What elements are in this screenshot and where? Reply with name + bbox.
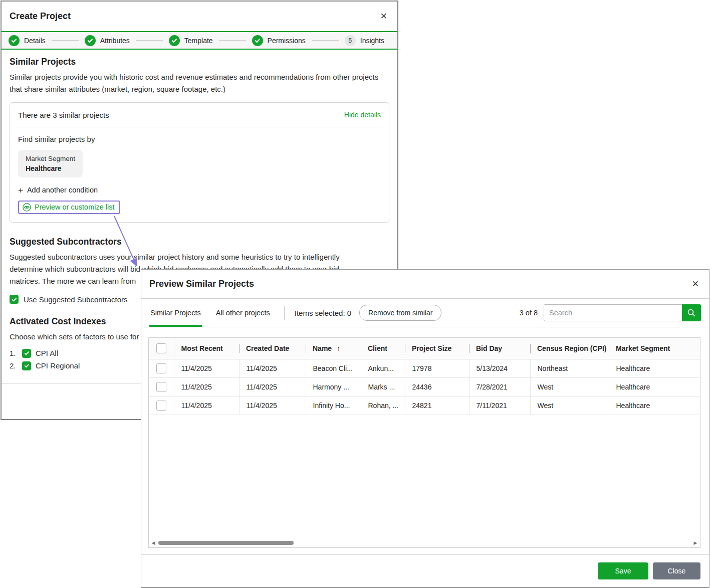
- column-header-bid-day[interactable]: Bid Day: [469, 338, 530, 359]
- cell-most-recent: 11/4/2025: [174, 397, 239, 415]
- close-button[interactable]: Close: [653, 562, 700, 579]
- cell-market-segment: Healthcare: [609, 359, 700, 378]
- use-suggested-checkbox[interactable]: [10, 295, 19, 304]
- cell-project-size: 17978: [405, 359, 469, 378]
- hide-details-link[interactable]: Hide details: [344, 111, 381, 119]
- cost-index-label: CPI Regional: [36, 361, 80, 370]
- step-label: Insights: [360, 37, 384, 45]
- preview-customize-label: Preview or customize list: [35, 203, 115, 211]
- save-button[interactable]: Save: [598, 562, 648, 579]
- row-checkbox[interactable]: [156, 363, 166, 373]
- search-box: [544, 304, 701, 321]
- cell-name: Infinity Ho...: [306, 397, 361, 415]
- preview-dialog-title: Preview Similar Projects: [149, 279, 254, 289]
- step-number-badge: 5: [345, 35, 356, 46]
- focus-ring: Preview or customize list: [18, 201, 120, 214]
- similar-projects-description: Similar projects provide you with histor…: [10, 71, 381, 96]
- find-by-label: Find similar projects by: [18, 135, 381, 143]
- cell-client: Ankun...: [361, 359, 405, 378]
- cell-bid-day: 7/11/2021: [469, 397, 530, 415]
- cell-market-segment: Healthcare: [609, 397, 700, 415]
- cell-census-region: West: [530, 397, 609, 415]
- step-connector: [52, 40, 79, 41]
- step-details[interactable]: Details: [9, 35, 46, 46]
- table-row[interactable]: 11/4/2025 11/4/2025 Beacon Cli... Ankun.…: [149, 359, 700, 378]
- column-header-market-segment[interactable]: Market Segment: [609, 338, 700, 359]
- column-header-project-size[interactable]: Project Size: [405, 338, 469, 359]
- dialog-title: Create Project: [10, 11, 71, 22]
- tab-similar-projects[interactable]: Similar Projects: [149, 299, 202, 327]
- step-permissions[interactable]: Permissions: [252, 35, 306, 46]
- step-label: Template: [184, 37, 213, 45]
- check-circle-icon: [85, 35, 96, 46]
- select-all-checkbox[interactable]: [156, 343, 166, 353]
- cell-project-size: 24436: [405, 378, 469, 397]
- cell-most-recent: 11/4/2025: [174, 359, 239, 378]
- wizard-step-bar: Details Attributes Template Permissions …: [2, 31, 397, 50]
- check-circle-icon: [9, 35, 20, 46]
- cpi-all-checkbox[interactable]: [22, 349, 31, 358]
- preview-customize-button[interactable]: Preview or customize list: [23, 203, 115, 212]
- close-icon[interactable]: ✕: [378, 11, 389, 22]
- table-row[interactable]: 11/4/2025 11/4/2025 Infinity Ho... Rohan…: [149, 397, 700, 415]
- row-checkbox[interactable]: [156, 401, 166, 411]
- check-circle-icon: [169, 35, 180, 46]
- cell-market-segment: Healthcare: [609, 378, 700, 397]
- card-divider: [18, 127, 381, 127]
- row-checkbox[interactable]: [156, 382, 166, 392]
- preview-toolbar: Similar Projects All other projects Item…: [141, 299, 709, 327]
- step-attributes[interactable]: Attributes: [85, 35, 130, 46]
- column-header-created-date[interactable]: Created Date: [239, 338, 306, 359]
- market-segment-chip[interactable]: Market Segment Healthcare: [18, 150, 83, 177]
- cell-created-date: 11/4/2025: [239, 378, 306, 397]
- projects-table-container: Most Recent Created Date Name↑ Client Pr…: [148, 337, 700, 548]
- column-header-client[interactable]: Client: [361, 338, 405, 359]
- step-insights[interactable]: 5 Insights: [345, 35, 384, 46]
- cell-name: Harmony ...: [306, 378, 361, 397]
- horizontal-scrollbar[interactable]: ◀ ▶: [150, 539, 698, 546]
- step-connector: [136, 40, 163, 41]
- preview-dialog-footer: Save Close: [141, 554, 709, 587]
- scrollbar-thumb[interactable]: [158, 541, 294, 545]
- step-label: Permissions: [268, 37, 306, 45]
- remove-from-similar-button[interactable]: Remove from similar: [359, 305, 441, 321]
- cell-census-region: Northeast: [530, 359, 609, 378]
- add-condition-button[interactable]: + Add another condition: [18, 186, 98, 194]
- close-icon[interactable]: ✕: [690, 279, 701, 289]
- scrollbar-track[interactable]: [156, 539, 692, 546]
- list-number: 2.: [10, 361, 18, 370]
- cell-client: Rohan, ...: [361, 397, 405, 415]
- eye-icon: [23, 203, 31, 212]
- chip-label: Market Segment: [26, 155, 75, 162]
- search-input[interactable]: [544, 304, 682, 321]
- column-header-census-region[interactable]: Census Region (CPI): [530, 338, 609, 359]
- search-button[interactable]: [682, 304, 701, 321]
- step-connector: [219, 40, 246, 41]
- step-template[interactable]: Template: [169, 35, 213, 46]
- check-circle-icon: [252, 35, 263, 46]
- cpi-regional-checkbox[interactable]: [22, 361, 31, 370]
- cell-created-date: 11/4/2025: [239, 359, 306, 378]
- cell-created-date: 11/4/2025: [239, 397, 306, 415]
- add-condition-label: Add another condition: [27, 186, 98, 194]
- column-header-most-recent[interactable]: Most Recent: [174, 338, 239, 359]
- table-row[interactable]: 11/4/2025 11/4/2025 Harmony ... Marks ..…: [149, 378, 700, 397]
- tab-all-other-projects[interactable]: All other projects: [215, 299, 271, 327]
- step-label: Attributes: [100, 37, 130, 45]
- similar-projects-card: There are 3 similar projects Hide detail…: [10, 102, 389, 223]
- create-project-header: Create Project ✕: [2, 2, 397, 31]
- cell-bid-day: 7/28/2021: [469, 378, 530, 397]
- scroll-right-icon[interactable]: ▶: [692, 541, 698, 545]
- step-connector: [312, 40, 339, 41]
- use-suggested-label: Use Suggested Subcontractors: [24, 295, 128, 304]
- cell-name: Beacon Cli...: [306, 359, 361, 378]
- list-number: 1.: [10, 349, 18, 357]
- column-header-name[interactable]: Name↑: [306, 338, 361, 359]
- cell-project-size: 24821: [405, 397, 469, 415]
- cost-index-label: CPI All: [36, 349, 58, 357]
- scroll-left-icon[interactable]: ◀: [150, 541, 156, 545]
- similar-projects-heading: Similar Projects: [10, 57, 389, 67]
- chip-value: Healthcare: [26, 164, 75, 172]
- projects-table: Most Recent Created Date Name↑ Client Pr…: [149, 338, 700, 415]
- result-count: 3 of 8: [520, 309, 538, 317]
